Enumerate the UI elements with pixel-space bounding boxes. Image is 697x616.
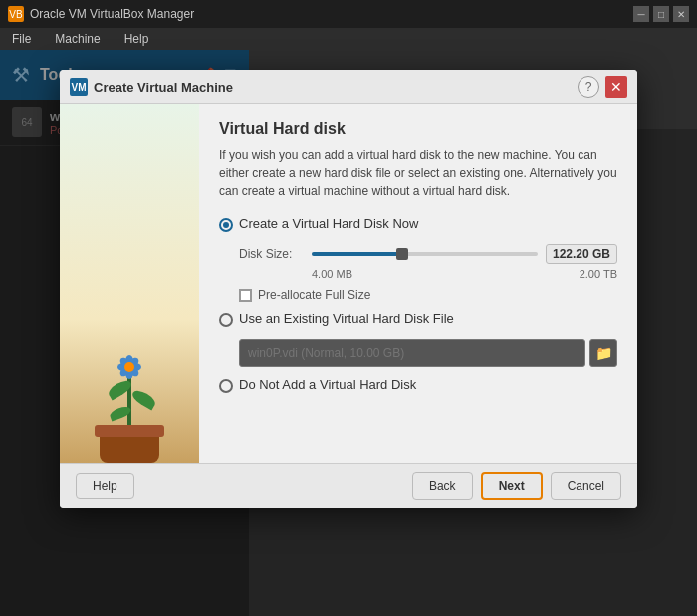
option-no-disk-label: Do Not Add a Virtual Hard Disk: [239, 377, 416, 392]
disk-size-area: Disk Size: 122.20 GB 4.00: [239, 244, 617, 280]
title-bar-left: VB Oracle VM VirtualBox Manager: [8, 6, 194, 22]
dialog-content: Virtual Hard disk If you wish you can ad…: [199, 104, 637, 463]
create-vm-dialog: VM Create Virtual Machine ? ✕: [60, 70, 637, 508]
footer-right: Back Next Cancel: [412, 472, 621, 500]
window-title: Oracle VM VirtualBox Manager: [30, 7, 194, 21]
title-bar: VB Oracle VM VirtualBox Manager ─ □ ✕: [0, 0, 697, 28]
file-selector-row: 📁: [239, 339, 617, 367]
slider-range-row: 4.00 MB 2.00 TB: [312, 268, 617, 280]
slider-min: 4.00 MB: [312, 268, 352, 280]
dialog-titlebar: VM Create Virtual Machine ? ✕: [60, 70, 637, 104]
preallocate-checkbox[interactable]: [239, 289, 252, 302]
dialog-close-button[interactable]: ✕: [605, 76, 627, 98]
slider-thumb[interactable]: [396, 248, 408, 260]
close-button[interactable]: ✕: [673, 6, 689, 22]
radio-create-new[interactable]: [219, 218, 233, 232]
app-icon: VB: [8, 6, 24, 22]
slider-fill: [312, 252, 402, 256]
radio-use-existing[interactable]: [219, 313, 233, 327]
option-create-new-label: Create a Virtual Hard Disk Now: [239, 216, 418, 231]
dialog-titlebar-right: ? ✕: [578, 76, 627, 98]
preallocate-row[interactable]: Pre-allocate Full Size: [239, 288, 617, 302]
dialog-body: Virtual Hard disk If you wish you can ad…: [60, 104, 637, 463]
footer-left: Help: [76, 473, 134, 499]
disk-size-row: Disk Size: 122.20 GB: [239, 244, 617, 264]
back-button[interactable]: Back: [412, 472, 473, 500]
menu-file[interactable]: File: [8, 30, 35, 48]
disk-size-slider[interactable]: [312, 244, 538, 264]
dialog-description: If you wish you can add a virtual hard d…: [219, 146, 617, 200]
maximize-button[interactable]: □: [653, 6, 669, 22]
minimize-button[interactable]: ─: [633, 6, 649, 22]
radio-no-disk[interactable]: [219, 379, 233, 393]
slider-track: [312, 252, 538, 256]
main-layout: ⚒ Tools 📌 ☰ 64 win11 Powered Off ⚙ Prefe…: [0, 50, 697, 616]
option-create-new[interactable]: Create a Virtual Hard Disk Now: [219, 216, 617, 232]
next-button[interactable]: Next: [481, 472, 543, 500]
menu-help[interactable]: Help: [120, 30, 153, 48]
menu-machine[interactable]: Machine: [51, 30, 104, 48]
content-area: ⚙ Preferences ⬇ Import ⬆ Export ✦ New + …: [249, 50, 697, 616]
dialog-title: Create Virtual Machine: [94, 80, 233, 95]
help-button[interactable]: Help: [76, 473, 134, 499]
dialog-section-title: Virtual Hard disk: [219, 120, 617, 138]
preallocate-label: Pre-allocate Full Size: [258, 288, 370, 302]
dialog-overlay: VM Create Virtual Machine ? ✕: [0, 50, 697, 616]
slider-max: 2.00 TB: [580, 268, 617, 280]
title-bar-controls: ─ □ ✕: [633, 6, 689, 22]
file-selector-input[interactable]: [239, 339, 585, 367]
file-selector-button[interactable]: 📁: [589, 339, 617, 367]
dialog-titlebar-left: VM Create Virtual Machine: [70, 78, 233, 96]
option-no-disk[interactable]: Do Not Add a Virtual Hard Disk: [219, 377, 617, 393]
cancel-button[interactable]: Cancel: [551, 472, 621, 500]
dialog-help-button[interactable]: ?: [578, 76, 599, 98]
option-use-existing-label: Use an Existing Virtual Hard Disk File: [239, 311, 454, 326]
disk-size-label: Disk Size:: [239, 247, 304, 261]
disk-size-value: 122.20 GB: [546, 244, 617, 264]
option-use-existing[interactable]: Use an Existing Virtual Hard Disk File: [219, 311, 617, 327]
dialog-illustration: [60, 104, 199, 463]
dialog-vm-icon: VM: [70, 78, 88, 96]
menu-bar: File Machine Help: [0, 28, 697, 50]
dialog-footer: Help Back Next Cancel: [60, 463, 637, 508]
